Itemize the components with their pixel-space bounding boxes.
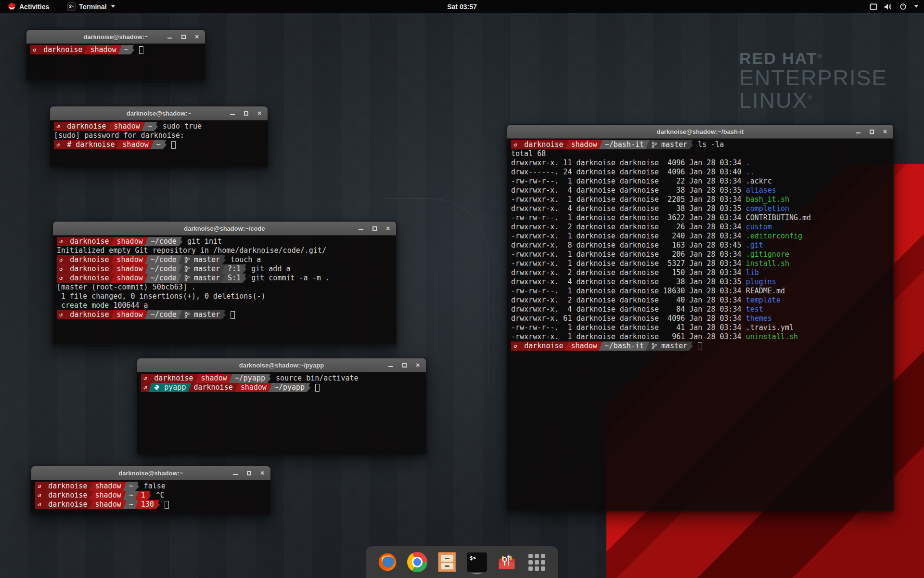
prompt-segment-host: shadow <box>117 140 154 149</box>
file-name: .ackrc <box>746 177 772 185</box>
close-button[interactable]: × <box>257 110 262 116</box>
terminal-content[interactable]: ↺darknoiseshadow~/codegit initInitialize… <box>53 236 396 344</box>
window-titlebar[interactable]: darknoise@shadow:~/bash-it × <box>507 125 893 139</box>
prompt-segment-host: shadow <box>90 482 127 491</box>
file-name: .git <box>746 241 763 250</box>
terminal-prompt-line: ↺darknoiseshadow~false <box>35 482 267 491</box>
dock-item-toolbox[interactable] <box>496 552 517 573</box>
terminal-output-line: [master (root-commit) 50bcb63] . <box>57 283 392 292</box>
prompt-segment-user: darknoise <box>148 374 198 383</box>
chevron-down-icon[interactable] <box>914 5 918 8</box>
activities-button[interactable]: Activities <box>5 0 52 13</box>
prompt-segment-path: ~/code <box>145 264 182 274</box>
terminal-prompt-line: ↺darknoiseshadow~ <box>30 45 201 54</box>
prompt-segment-user: darknoise <box>188 383 238 392</box>
prompt-segment-git: master <box>179 310 225 319</box>
dock-item-terminal[interactable]: $> <box>466 552 488 573</box>
close-button[interactable]: × <box>194 34 200 39</box>
maximize-button[interactable] <box>372 225 377 231</box>
prompt-segment-host: shadow <box>565 140 603 149</box>
prompt-segment-host: shadow <box>111 237 148 246</box>
ls-row: drwxrwxr-x. 4 darknoise darknoise 38 Jan… <box>511 204 889 213</box>
prompt-segment-path: ~/pyapp <box>269 383 310 392</box>
prompt-segment-user: darknoise <box>42 500 92 509</box>
window-titlebar[interactable]: darknoise@shadow:~ × <box>50 106 268 120</box>
minimize-button[interactable] <box>230 110 235 116</box>
terminal-window-sudo: darknoise@shadow:~ × ↺darknoiseshadow~su… <box>50 106 268 167</box>
file-name: .gitignore <box>746 250 789 259</box>
minimize-button[interactable] <box>232 470 238 476</box>
ls-row: -rwxrwxr-x. 1 darknoise darknoise 5327 J… <box>511 259 889 268</box>
window-titlebar[interactable]: darknoise@shadow:~ × <box>31 466 270 480</box>
terminal-window-home-1: darknoise@shadow:~ × ↺darknoiseshadow~ <box>26 29 205 81</box>
terminal-icon: $> <box>467 552 487 572</box>
maximize-button[interactable] <box>869 129 874 134</box>
prompt-segment-gitstatus: ?:1 <box>222 264 246 274</box>
command-text: touch a <box>231 255 261 264</box>
command-text: ^C <box>156 491 165 500</box>
ls-row: -rw-rw-r--. 1 darknoise darknoise 41 Jan… <box>511 323 889 332</box>
file-name: .. <box>746 168 755 176</box>
volume-icon[interactable] <box>884 3 893 10</box>
terminal-prompt-line: ↺ pyappdarknoiseshadow~/pyapp <box>141 383 422 392</box>
terminal-cursor <box>231 311 235 319</box>
maximize-button[interactable] <box>246 470 252 476</box>
prompt-segment-path: ~/bash-it <box>599 140 649 149</box>
dock-item-firefox[interactable] <box>377 552 398 573</box>
terminal-content[interactable]: ↺darknoiseshadow~/pyappsource bin/activa… <box>137 372 426 454</box>
clock-label[interactable]: Sat 03:57 <box>447 3 476 11</box>
power-icon[interactable] <box>899 3 907 10</box>
prompt-segment-user: darknoise <box>64 255 114 264</box>
prompt-segment-host: shadow <box>90 491 127 500</box>
chrome-icon <box>407 552 427 572</box>
command-text: false <box>144 482 166 491</box>
command-text: sudo true <box>163 122 202 131</box>
app-menu-terminal[interactable]: $> Terminal <box>64 0 117 13</box>
minimize-button[interactable] <box>167 34 173 39</box>
ls-row: -rwxrwxr-x. 1 darknoise darknoise 240 Ja… <box>511 232 889 241</box>
prompt-segment-host: shadow <box>85 45 122 54</box>
window-titlebar[interactable]: darknoise@shadow:~/pyapp × <box>137 358 426 372</box>
redhat-logo-icon <box>8 2 16 11</box>
ls-row: drwxrwxr-x. 61 darknoise darknoise 4096 … <box>511 314 889 323</box>
minimize-button[interactable] <box>358 225 364 231</box>
terminal-window-home-2: darknoise@shadow:~ × ↺darknoiseshadow~fa… <box>31 466 271 514</box>
minimize-button[interactable] <box>388 362 394 368</box>
window-titlebar[interactable]: darknoise@shadow:~/code × <box>53 222 396 236</box>
ls-row: drwxrwxr-x. 2 darknoise darknoise 26 Jan… <box>511 223 889 232</box>
dock-item-app-grid[interactable] <box>526 552 547 573</box>
dock-item-files[interactable] <box>436 552 458 573</box>
registered-mark: ® <box>808 95 813 102</box>
maximize-button[interactable] <box>243 110 249 116</box>
maximize-button[interactable] <box>401 362 407 368</box>
terminal-content[interactable]: ↺darknoiseshadow~/bash-it masterls -lato… <box>507 139 893 511</box>
terminal-prompt-line: ↺darknoiseshadow~sudo true <box>54 122 264 131</box>
close-button[interactable]: × <box>385 225 391 231</box>
file-name: CONTRIBUTING.md <box>746 213 811 222</box>
running-indicator <box>467 573 487 578</box>
prompt-segment-host: shadow <box>111 264 148 274</box>
terminal-prompt-line: ↺darknoiseshadow~1^C <box>35 491 267 500</box>
maximize-button[interactable] <box>180 34 186 39</box>
firefox-icon <box>377 552 398 573</box>
ls-row: drwxrwxr-x. 2 darknoise darknoise 40 Jan… <box>511 296 889 305</box>
dock-item-chrome[interactable] <box>407 552 428 573</box>
window-titlebar[interactable]: darknoise@shadow:~ × <box>26 30 205 44</box>
prompt-segment-user: darknoise <box>518 342 568 351</box>
close-button[interactable]: × <box>259 470 265 476</box>
chevron-down-icon <box>111 5 115 8</box>
ls-row: drwxrwxr-x. 11 darknoise darknoise 4096 … <box>511 158 889 168</box>
close-button[interactable]: × <box>415 362 421 368</box>
screen-icon[interactable] <box>870 3 877 10</box>
dock: $> <box>366 546 558 578</box>
file-name: plugins <box>746 277 776 286</box>
prompt-segment-exit: 130 <box>135 500 159 509</box>
close-button[interactable]: × <box>882 129 888 134</box>
file-name: themes <box>746 314 772 323</box>
terminal-content[interactable]: ↺darknoiseshadow~false↺darknoiseshadow~1… <box>31 480 270 514</box>
prompt-segment-git: master <box>179 255 225 264</box>
terminal-output-line: 1 file changed, 0 insertions(+), 0 delet… <box>57 292 392 301</box>
terminal-content[interactable]: ↺darknoiseshadow~sudo true[sudo] passwor… <box>50 120 268 167</box>
minimize-button[interactable] <box>855 129 861 134</box>
terminal-content[interactable]: ↺darknoiseshadow~ <box>26 44 205 80</box>
